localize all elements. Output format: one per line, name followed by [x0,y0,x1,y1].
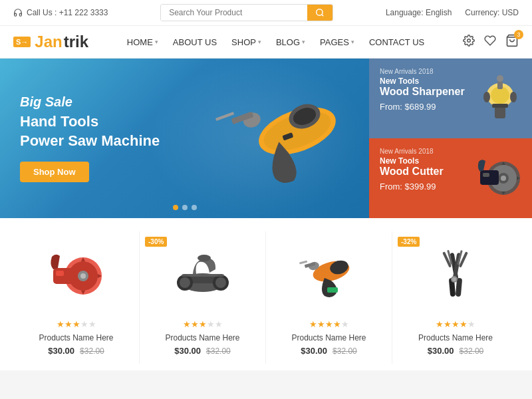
nav-about[interactable]: ABOUT US [173,37,217,47]
phone-text: Call Us : +11 222 3333 [27,8,108,17]
product-stars-2: ★★★★★ [148,319,257,329]
product-prices-2: $30.00 $32.00 [148,346,257,356]
cart-badge: 3 [514,30,523,39]
currency-selector[interactable]: Currency: USD [465,8,519,17]
product-name-2: Products Name Here [148,333,257,342]
svg-point-62 [452,277,456,281]
svg-point-18 [510,92,517,102]
hero-dot-2[interactable] [182,205,188,210]
product-stars-1: ★★★★★ [21,319,131,329]
hero-section: Big Sale Hand Tools Power Saw Machine Sh… [0,59,532,218]
product-card-3: ★★★★★ Products Name Here $30.00 $32.00 [266,231,392,364]
drill-orange-image [299,246,359,306]
product-name-4: Products Name Here [400,333,511,342]
svg-point-22 [501,176,506,181]
svg-rect-15 [497,81,503,89]
belt-sander-image [173,246,233,306]
product-price-old-4: $32.00 [460,346,484,356]
product-name-1: Products Name Here [21,333,131,342]
nav-shop[interactable]: SHOP ▾ [231,37,261,47]
product-image-1 [21,239,131,313]
wood-cutter-image [473,152,527,205]
svg-point-17 [483,92,490,102]
product-price-old-3: $32.00 [332,346,357,356]
logo-jan: Jan [35,33,62,51]
search-area [160,4,333,21]
product-image-4 [400,239,511,313]
product-price-new-2: $30.00 [174,346,201,356]
svg-point-1 [467,39,471,43]
product-prices-1: $30.00 $32.00 [21,346,131,356]
product-name-3: Products Name Here [274,333,384,342]
search-input[interactable] [161,5,307,21]
product-card-2: -30% [140,231,266,364]
cart-icon[interactable]: 3 [505,34,519,50]
language-selector[interactable]: Language: English [386,8,452,17]
main-nav: HOME ▾ ABOUT US SHOP ▾ BLOG ▾ PAGES ▾ CO… [127,37,424,47]
search-button[interactable] [307,5,332,21]
svg-point-0 [317,9,323,15]
products-section: ★★★★★ Products Name Here $30.00 $32.00 -… [0,218,532,370]
product-stars-4: ★★★★★ [400,319,511,329]
product-price-new-1: $30.00 [48,346,74,356]
svg-rect-38 [56,271,64,276]
shop-now-button[interactable]: Shop Now [20,162,89,182]
hero-dot-1[interactable] [173,205,178,210]
product-card-1: ★★★★★ Products Name Here $30.00 $32.00 [13,231,140,364]
svg-rect-27 [480,170,499,185]
svg-point-42 [180,277,190,288]
svg-rect-51 [327,287,338,293]
nav-pages[interactable]: PAGES ▾ [320,37,354,47]
logo-icon: S→ [13,37,31,47]
product-image-3 [274,239,384,313]
header-icons: 3 [463,34,519,50]
hero-title: Hand Tools Power Saw Machine [20,112,349,150]
top-bar-right: Language: English Currency: USD [386,8,519,17]
side-banner-wood-cutter[interactable]: New Arrivals 2018 New Tools Wood Cutter … [369,138,532,218]
product-price-old-2: $32.00 [206,346,231,356]
product-stars-3: ★★★★★ [274,319,384,329]
product-card-4: -32% [392,231,519,364]
search-icon [315,8,325,17]
logo[interactable]: S→Jantrik [13,33,88,51]
header: S→Jantrik HOME ▾ ABOUT US SHOP ▾ BLOG ▾ … [0,26,532,59]
svg-rect-37 [53,268,76,284]
hero-big-sale-text: Big Sale [20,94,349,110]
headphone-icon [13,8,23,17]
hero-dot-3[interactable] [192,205,197,210]
settings-icon[interactable] [463,35,475,49]
product-prices-4: $30.00 $32.00 [400,346,511,356]
svg-rect-14 [492,104,508,108]
nav-home[interactable]: HOME ▾ [127,37,158,47]
svg-point-16 [497,75,503,82]
side-banner-wood-sharpener[interactable]: New Arrivals 2018 New Tools Wood Sharpen… [369,59,532,138]
svg-rect-50 [299,260,307,264]
multi-tool-image [426,246,485,306]
nav-blog[interactable]: BLOG ▾ [276,37,305,47]
svg-point-45 [198,255,211,261]
circular-saw-red-image [47,246,106,306]
product-price-new-4: $30.00 [428,346,454,356]
product-image-2 [148,239,257,313]
hero-side-banners: New Arrivals 2018 New Tools Wood Sharpen… [369,59,532,218]
svg-point-44 [215,277,226,288]
svg-rect-46 [182,274,224,277]
svg-point-32 [80,273,86,279]
product-badge-4: -32% [398,237,420,247]
product-price-new-3: $30.00 [301,346,327,356]
nav-contact[interactable]: CONTACT US [369,37,424,47]
svg-rect-28 [483,173,489,177]
product-price-old-1: $32.00 [80,346,104,356]
product-prices-3: $30.00 $32.00 [274,346,384,356]
phone-info: Call Us : +11 222 3333 [13,8,108,17]
products-grid: ★★★★★ Products Name Here $30.00 $32.00 -… [13,231,519,364]
search-box [160,4,333,21]
hero-main-banner: Big Sale Hand Tools Power Saw Machine Sh… [0,59,369,218]
hero-dots [173,205,197,210]
wood-sharpener-image [473,72,527,125]
logo-trik: trik [64,33,88,51]
wishlist-icon[interactable] [484,35,496,49]
product-badge-2: -30% [145,237,167,247]
top-bar: Call Us : +11 222 3333 Language: English… [0,0,532,26]
